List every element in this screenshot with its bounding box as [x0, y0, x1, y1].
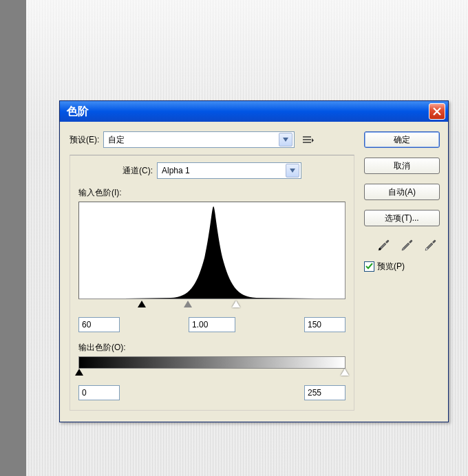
eyedropper-icon: [400, 236, 415, 251]
dialog-title: 色阶: [67, 105, 429, 119]
eyedropper-white[interactable]: [422, 236, 440, 251]
input-white-slider[interactable]: [232, 301, 240, 307]
right-column: 确定 取消 自动(A) 选项(T)...: [364, 131, 440, 411]
channel-value: Alpha 1: [162, 166, 286, 175]
options-button[interactable]: 选项(T)...: [364, 210, 440, 226]
close-icon: [432, 107, 442, 116]
dialog-body: 预设(E): 自定 通道(C): A: [60, 122, 448, 422]
output-levels-label: 输出色阶(O):: [78, 342, 345, 354]
titlebar[interactable]: 色阶: [60, 101, 448, 122]
ok-button[interactable]: 确定: [364, 131, 440, 148]
levels-dialog: 色阶 预设(E): 自定: [59, 100, 449, 422]
chevron-down-icon: [279, 133, 292, 147]
input-black-field[interactable]: [78, 317, 120, 332]
input-gamma-field[interactable]: [189, 317, 235, 332]
left-column: 预设(E): 自定 通道(C): A: [70, 131, 354, 411]
output-slider-track: [79, 369, 345, 378]
svg-point-3: [379, 248, 381, 250]
output-gradient: [78, 356, 345, 369]
check-icon: [365, 263, 373, 270]
input-black-slider[interactable]: [138, 301, 146, 307]
input-gamma-slider[interactable]: [184, 301, 192, 307]
channel-select[interactable]: Alpha 1: [157, 162, 301, 179]
cancel-button[interactable]: 取消: [364, 158, 440, 174]
input-white-field[interactable]: [304, 317, 345, 332]
levels-fieldset: 通道(C): Alpha 1 输入色阶(I):: [70, 155, 354, 411]
eyedropper-icon: [376, 236, 392, 251]
preview-checkbox[interactable]: [364, 261, 374, 272]
input-values-row: [78, 317, 345, 332]
eyedropper-icon: [423, 236, 438, 251]
output-black-field[interactable]: [78, 385, 120, 400]
preset-label: 预设(E):: [70, 134, 99, 146]
eyedropper-row: [364, 236, 440, 251]
chevron-down-icon: [286, 164, 299, 177]
input-slider-track: [79, 301, 345, 310]
input-levels-label: 输入色阶(I):: [78, 188, 122, 197]
preset-row: 预设(E): 自定: [70, 131, 354, 148]
svg-point-5: [426, 248, 428, 250]
auto-button[interactable]: 自动(A): [364, 184, 440, 200]
preset-menu-icon[interactable]: [301, 135, 314, 144]
svg-point-4: [403, 248, 405, 250]
preset-value: 自定: [108, 134, 279, 146]
output-black-slider[interactable]: [75, 369, 83, 376]
close-button[interactable]: [429, 103, 445, 120]
channel-label: 通道(C):: [123, 165, 153, 177]
preset-select[interactable]: 自定: [103, 131, 295, 148]
output-values-row: [78, 385, 345, 400]
channel-row: 通道(C): Alpha 1: [78, 162, 345, 179]
preview-row: 预览(P): [364, 261, 440, 272]
output-white-slider[interactable]: [341, 369, 349, 376]
output-white-field[interactable]: [304, 385, 345, 400]
eyedropper-black[interactable]: [375, 236, 393, 251]
preview-label: 预览(P): [377, 261, 405, 272]
histogram-chart: [79, 202, 345, 299]
histogram: [78, 202, 345, 299]
eyedropper-gray[interactable]: [398, 236, 416, 251]
